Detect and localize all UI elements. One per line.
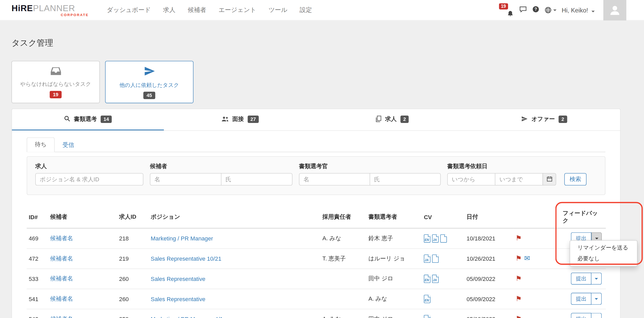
feedback-split-button: 提出 [571,313,603,318]
submit-button[interactable]: 提出 [571,273,591,285]
filter-bar: 求人 候補者 書類選考官 [27,156,605,195]
cell-screener: 鈴木 恵子 [366,228,422,248]
submit-button[interactable]: 提出 [571,293,591,305]
card-label: 他の人に依頼したタスク [119,81,179,89]
cv-doc-ja-icon[interactable]: JA [424,254,430,263]
user-menu[interactable]: Hi, Keiko! [562,6,595,13]
cv-documents: EN JA [424,234,462,243]
notification-count-badge: 19 [499,3,508,9]
tab-jobs[interactable]: 求人 2 [316,109,468,130]
col-header-manager: 採用責任者 [320,207,367,228]
cv-doc-en-icon[interactable]: EN [424,234,430,243]
cv-doc-en-icon[interactable]: EN [424,315,430,318]
nav-item-candidates[interactable]: 候補者 [188,6,206,14]
feedback-split-button: 提出 [571,273,603,285]
cell-job-id: 219 [117,248,149,269]
chevron-down-icon [591,11,595,12]
col-header-job-id: 求人ID [117,207,149,228]
screener-last-name-input[interactable] [370,173,441,185]
tab-label: 求人 [385,116,397,123]
chat-icon[interactable] [519,6,527,14]
flag-icon: ⚑ [516,254,522,262]
paper-plane-icon [143,65,156,78]
tab-interview[interactable]: 面接 27 [164,109,316,130]
calendar-button[interactable] [542,173,556,185]
position-link[interactable]: Sales Representative [151,275,205,282]
menu-item-not-needed[interactable]: 必要なし [570,253,637,264]
cv-doc-icon[interactable] [440,234,447,243]
screener-first-name-input[interactable] [299,173,370,185]
candidate-first-name-input[interactable] [150,173,221,185]
col-header-screener: 書類選考者 [366,207,422,228]
flag-icon: ⚑ [516,234,522,242]
nav-item-tools[interactable]: ツール [269,6,287,14]
cv-doc-en-icon[interactable]: EN [424,295,430,303]
page-title: タスク管理 [11,37,644,49]
logo-tagline: CORPORATE [11,13,89,16]
documents-icon [375,115,382,123]
card-count-badge: 45 [143,92,155,99]
cell-id: 472 [27,248,48,269]
job-filter-input[interactable] [35,173,143,185]
candidate-link[interactable]: 候補者名 [50,255,73,261]
cv-doc-ja-icon[interactable]: JA [432,274,439,283]
menu-item-send-reminder[interactable]: リマインダーを送る [570,243,637,253]
cv-doc-icon[interactable] [432,254,439,263]
feedback-split-button: 提出 [571,293,603,305]
notifications-button[interactable]: 19 [503,3,514,17]
candidate-link[interactable]: 候補者名 [50,235,73,241]
language-globe-button[interactable] [545,6,556,13]
candidate-last-name-input[interactable] [221,173,292,185]
col-header-candidate: 候補者 [48,207,117,228]
chevron-down-icon [553,9,556,11]
subtab-received[interactable]: 受信 [55,138,82,152]
filter-label-date: 書類選考依頼日 [447,163,556,169]
cv-documents: EN [424,315,462,318]
nav-item-jobs[interactable]: 求人 [163,6,176,14]
tab-document-screening[interactable]: 書類選考 14 [12,109,164,130]
submit-dropdown-toggle[interactable] [591,293,602,305]
people-icon [221,116,229,123]
date-to-input[interactable] [495,173,543,185]
candidate-link[interactable]: 候補者名 [50,275,73,281]
position-link[interactable]: Marketing / PR Manager-4/1 [151,316,223,318]
nav-item-dashboard[interactable]: ダッシュボード [107,6,151,14]
candidate-link[interactable]: 候補者名 [50,315,73,318]
submit-dropdown-toggle[interactable] [591,313,602,318]
cv-doc-en-icon[interactable]: EN [424,274,430,283]
table-row: 469 候補者名 218 Marketing / PR Manager A. み… [27,228,606,248]
greeting-text: Hi, Keiko! [562,6,588,13]
search-button[interactable]: 検索 [564,173,586,185]
nav-item-agents[interactable]: エージェント [219,6,256,14]
date-from-input[interactable] [447,173,495,185]
tab-offer[interactable]: オファー 2 [468,109,620,130]
nav-item-settings[interactable]: 設定 [300,6,312,14]
cell-manager: T. 恵美子 [320,248,367,269]
feedback-dropdown-menu: リマインダーを送る 必要なし [570,240,638,266]
position-link[interactable]: Sales Representative [151,295,205,302]
page: HiREPLANNER CORPORATE ダッシュボード 求人 候補者 エージ… [0,0,644,318]
cv-doc-ja-icon[interactable]: JA [432,234,439,243]
avatar[interactable] [603,0,626,20]
card-count-badge: 19 [50,91,62,98]
card-delegated-tasks[interactable]: 他の人に依頼したタスク 45 [105,61,194,103]
caret-down-icon [595,298,598,300]
help-icon[interactable]: ? [532,6,539,14]
submit-button[interactable]: 提出 [571,313,591,318]
submit-dropdown-toggle[interactable] [591,273,602,285]
candidate-link[interactable]: 候補者名 [50,295,73,302]
cell-id: 469 [27,228,48,248]
cell-screener: 田中 ジロ [366,268,422,289]
flag-icon: ⚑ [516,295,522,303]
tab-label: オファー [532,116,555,123]
calendar-icon [546,176,552,183]
position-link[interactable]: Sales Representative 10/21 [151,255,221,262]
card-my-tasks[interactable]: やらなければならないタスク 19 [11,61,100,103]
task-cards: やらなければならないタスク 19 他の人に依頼したタスク 45 [11,61,644,103]
subtab-waiting[interactable]: 待ち [27,137,55,152]
tasks-table: ID# 候補者 求人ID ポジション 採用責任者 書類選考者 CV 日付 フィー… [27,207,606,318]
position-link[interactable]: Marketing / PR Manager [151,235,213,241]
logo[interactable]: HiREPLANNER CORPORATE [11,4,89,17]
main-nav: ダッシュボード 求人 候補者 エージェント ツール 設定 [107,6,312,14]
cv-documents: EN [424,295,462,303]
